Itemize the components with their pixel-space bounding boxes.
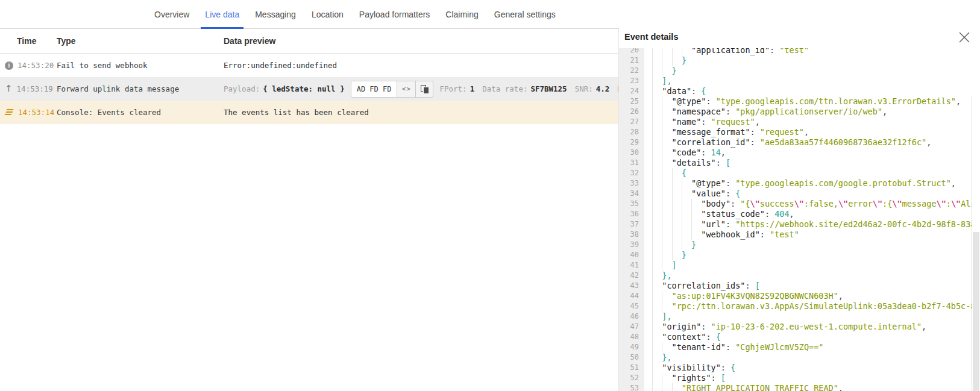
- event-time: 14:53:19: [17, 84, 53, 93]
- token-k: "details": [672, 158, 716, 167]
- event-row[interactable]: 14:53:14Console: Events clearedThe event…: [0, 101, 618, 124]
- tab-messaging[interactable]: Messaging: [255, 0, 296, 29]
- code-scrollbar-thumb[interactable]: [973, 232, 979, 391]
- indent-guide: [682, 209, 691, 219]
- event-type: Console: Events cleared: [57, 101, 161, 124]
- token-s: Alias: [961, 199, 972, 208]
- token-k: "value": [691, 189, 726, 198]
- preview-text: The events list has been cleared: [224, 108, 369, 117]
- indent-guide: [652, 76, 662, 86]
- code-line: 39}: [619, 240, 972, 250]
- token-s: "test": [779, 48, 809, 55]
- code-line: 35"body": "{\"success\":false,\"error\":…: [619, 199, 972, 209]
- code-line-content: "status_code": 404,: [644, 209, 972, 219]
- token-s: "CghjeWJlcmV5ZQ==": [735, 342, 823, 352]
- line-number: 34: [619, 189, 644, 199]
- code-line: 20"application_id": "test": [619, 48, 972, 55]
- indent-guide: [662, 301, 671, 311]
- code-line-content: "correlation_id": "ae5da83aa57f446096873…: [644, 137, 972, 148]
- indent-guide: [662, 96, 671, 107]
- indent-guide: [662, 189, 671, 199]
- close-panel-button[interactable]: [956, 29, 973, 46]
- token-b: }: [682, 55, 686, 65]
- tab-payload-formatters[interactable]: Payload formatters: [359, 0, 430, 29]
- indent-guide: [672, 383, 682, 391]
- indent-guide: [652, 230, 662, 240]
- close-icon: [956, 29, 973, 46]
- token-k: "status_code": [701, 209, 765, 219]
- code-line-content: "url": "https://webhook.site/ed2d46a2-00…: [644, 219, 972, 230]
- tab-general-settings[interactable]: General settings: [494, 0, 556, 29]
- token-p: :: [770, 48, 779, 55]
- indent-guide: [672, 230, 682, 240]
- indent-guide: [662, 250, 671, 260]
- column-header-time: Time: [17, 29, 36, 53]
- code-line: 32{: [619, 168, 972, 178]
- token-p: ,: [956, 96, 961, 106]
- token-b: {: [735, 189, 740, 198]
- code-line: 37"url": "https://webhook.site/ed2d46a2-…: [619, 219, 972, 230]
- payload-value: { ledState: null }: [263, 84, 344, 93]
- token-k: "@type": [691, 178, 726, 188]
- indent-guide: [662, 127, 671, 137]
- line-number: 35: [619, 199, 644, 209]
- code-line-content: }: [644, 240, 972, 250]
- indent-guide: [662, 342, 671, 352]
- line-number: 25: [619, 96, 644, 107]
- token-s: "test": [770, 230, 799, 239]
- token-b: {: [682, 168, 686, 178]
- tab-overview[interactable]: Overview: [154, 0, 189, 29]
- indent-guide: [662, 291, 671, 301]
- indent-guide: [652, 96, 662, 107]
- line-number: 44: [619, 291, 644, 301]
- indent-guide: [691, 199, 701, 209]
- code-line: 40}: [619, 250, 972, 260]
- event-time: 14:53:20: [17, 61, 54, 70]
- token-e: \": [951, 199, 961, 208]
- table-header: Time Type Data preview: [0, 29, 618, 54]
- token-p: ,: [838, 383, 843, 391]
- token-p: :: [726, 107, 735, 116]
- code-line: 33"@type": "type.googleapis.com/google.p…: [619, 178, 972, 189]
- metadata-value: 4.2: [596, 84, 610, 93]
- indent-guide: [691, 230, 701, 240]
- preview-text: Error:undefined:undefined: [224, 61, 337, 70]
- tab-location[interactable]: Location: [312, 0, 344, 29]
- token-e: \": [937, 199, 946, 208]
- code-line-content: "visibility": {: [644, 363, 972, 373]
- indent-guide: [652, 291, 662, 301]
- indent-guide: [652, 383, 662, 391]
- app-nav: OverviewLive dataMessagingLocationPayloa…: [0, 0, 619, 29]
- event-type: Fail to send webhook: [57, 54, 148, 77]
- event-row[interactable]: i14:53:20Fail to send webhookError:undef…: [0, 54, 618, 77]
- indent-guide: [672, 209, 682, 219]
- payload-label: Payload:: [224, 84, 260, 93]
- indent-guide: [652, 240, 662, 250]
- token-p: :: [726, 178, 735, 188]
- token-b: }: [691, 240, 696, 249]
- token-b: }: [672, 66, 677, 75]
- copy-payload-button[interactable]: [415, 81, 433, 97]
- line-number: 51: [619, 363, 644, 373]
- token-p: :: [706, 332, 715, 342]
- event-row[interactable]: ↑14:53:19Forward uplink data messagePayl…: [0, 77, 618, 101]
- column-header-data-preview: Data preview: [224, 29, 275, 53]
- code-line: 44"as:up:01FV4K3VQN82S92QBGNWCN603H",: [619, 291, 972, 301]
- payload-format-toggle-button[interactable]: <>: [397, 81, 415, 97]
- tab-claiming[interactable]: Claiming: [445, 0, 478, 29]
- line-number: 26: [619, 107, 644, 117]
- line-number: 20: [619, 48, 644, 55]
- tab-live-data[interactable]: Live data: [205, 0, 239, 29]
- indent-guide: [652, 127, 662, 137]
- token-k: "application_id": [691, 48, 770, 55]
- token-p: :: [750, 137, 760, 147]
- indent-guide: [652, 260, 662, 271]
- code-line: 34"value": {: [619, 189, 972, 199]
- code-line-content: "body": "{\"success\":false,\"error\":{\…: [644, 199, 972, 209]
- line-number: 45: [619, 301, 644, 311]
- indent-guide: [682, 219, 691, 230]
- code-scrollbar: [972, 96, 980, 391]
- token-k: "body": [701, 199, 730, 208]
- indent-guide: [652, 332, 662, 342]
- payload-bytes-button[interactable]: AD FD FD: [351, 81, 397, 97]
